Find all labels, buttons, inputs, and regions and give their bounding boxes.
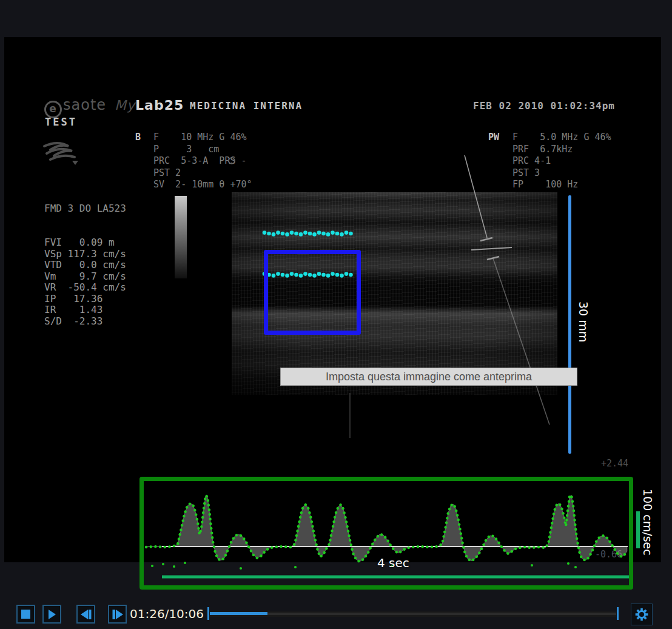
orientation-mark-icon (229, 158, 235, 164)
progress-start-tick (207, 607, 209, 620)
doppler-spectrum-box (139, 477, 633, 590)
progress-track (210, 611, 616, 617)
play-icon (48, 610, 56, 619)
velocity-scale-label: 100 cm/sec (641, 489, 654, 556)
next-frame-icon (112, 610, 123, 619)
angle-correction-line (471, 247, 512, 250)
settings-button[interactable] (631, 604, 653, 625)
stop-button[interactable] (16, 605, 35, 624)
spectral-trace (146, 495, 627, 562)
set-preview-tooltip: Imposta questa immagine come anteprima (280, 368, 577, 386)
progress-fill (210, 612, 267, 615)
media-viewer-window: esaoteMyLab25 TEST MEDICINA INTERNA FEB … (0, 0, 672, 629)
trace-noise-dots (151, 562, 577, 570)
spectral-max-value: +2.44 (601, 458, 628, 470)
sample-gate-upper-tick (480, 238, 492, 241)
next-frame-button[interactable] (108, 605, 127, 624)
depth-scale-bar (568, 195, 571, 454)
playback-progress-bar[interactable] (207, 607, 619, 621)
previous-frame-icon (81, 610, 92, 619)
ultrasound-video-frame: esaoteMyLab25 TEST MEDICINA INTERNA FEB … (4, 37, 661, 562)
gear-icon (635, 605, 648, 624)
fmd-roi-box (264, 250, 361, 335)
play-button[interactable] (42, 605, 61, 624)
progress-end-tick (617, 607, 619, 620)
velocity-scale-bar (636, 511, 640, 548)
previous-frame-button[interactable] (76, 605, 95, 624)
stop-icon (21, 610, 30, 619)
time-scale-label: 4 sec (377, 556, 409, 570)
playback-time-display: 01:26/10:06 (130, 607, 204, 621)
depth-scale-label: 30 mm (577, 301, 590, 342)
